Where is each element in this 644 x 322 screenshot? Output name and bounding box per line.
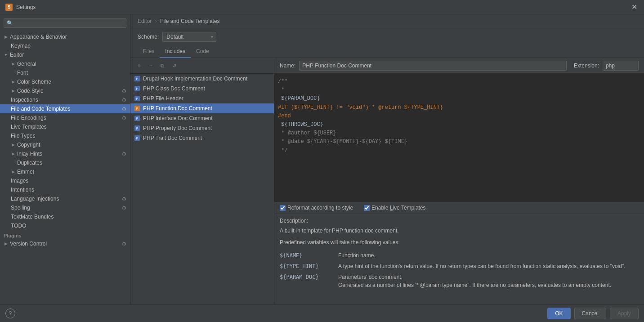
var-desc: Parameters' doc comment.Generated as a n…	[338, 272, 639, 291]
var-desc: A type hint of the function's return val…	[338, 261, 639, 272]
sidebar-item-label: Duplicates	[17, 160, 126, 166]
template-item-label: PHP Interface Doc Comment	[143, 115, 213, 121]
gear-icon: ⚙	[122, 106, 126, 112]
gear-icon: ⚙	[122, 241, 126, 247]
sidebar-item-copyright[interactable]: ▶ Copyright	[0, 140, 130, 149]
live-templates-checkbox-item[interactable]: Enable Live Templates	[364, 205, 426, 211]
close-button[interactable]: ✕	[630, 3, 639, 12]
sidebar-item-appearance-behavior[interactable]: ▶ Appearance & Behavior	[0, 32, 130, 41]
tab-files[interactable]: Files	[138, 45, 160, 58]
search-icon: 🔍	[7, 20, 13, 26]
sidebar-item-general[interactable]: ▶ General	[0, 59, 130, 68]
gear-icon: ⚙	[122, 205, 126, 211]
template-item[interactable]: P PHP Property Doc Comment	[130, 123, 274, 133]
sidebar-item-label: TextMate Bundles	[11, 214, 126, 220]
sidebar-item-file-encodings[interactable]: File Encodings ⚙	[0, 113, 130, 122]
live-templates-checkbox[interactable]	[364, 205, 370, 211]
sidebar-item-keymap[interactable]: Keymap	[0, 41, 130, 50]
scheme-select[interactable]: Default Project	[162, 32, 216, 42]
sidebar-item-code-style[interactable]: ▶ Code Style ⚙	[0, 86, 130, 95]
template-item[interactable]: P PHP Trait Doc Comment	[130, 133, 274, 143]
expand-arrow-icon: ▶	[11, 143, 15, 147]
sidebar-item-label: Appearance & Behavior	[10, 34, 126, 40]
sidebar-item-emmet[interactable]: ▶ Emmet	[0, 167, 130, 176]
reformat-checkbox-item[interactable]: Reformat according to style	[280, 205, 353, 211]
sidebar-item-file-types[interactable]: File Types	[0, 131, 130, 140]
reformat-label: Reformat according to style	[287, 205, 353, 211]
tabs-row: Files Includes Code	[130, 45, 644, 58]
sidebar-item-font[interactable]: Font	[0, 68, 130, 77]
section-header-plugins: Plugins	[0, 230, 130, 239]
template-item[interactable]: P PHP Interface Doc Comment	[130, 113, 274, 123]
extension-label: Extension:	[574, 63, 599, 69]
reformat-checkbox[interactable]	[280, 205, 286, 211]
scheme-row: Scheme: Default Project	[130, 28, 644, 45]
description-panel: Description: A built-in template for PHP…	[274, 214, 644, 304]
expand-arrow-icon: ▶	[11, 62, 15, 66]
add-template-button[interactable]: +	[134, 61, 144, 71]
sidebar-item-editor[interactable]: ▼ Editor	[0, 50, 130, 59]
expand-arrow-icon: ▶	[11, 170, 15, 174]
help-button[interactable]: ?	[5, 309, 15, 318]
title-bar: S Settings ✕	[0, 0, 644, 14]
main-panel: Editor › File and Code Templates Scheme:…	[130, 14, 644, 304]
search-box[interactable]: 🔍	[4, 18, 126, 28]
gear-icon: ⚙	[122, 97, 126, 103]
cancel-button[interactable]: Cancel	[574, 308, 606, 319]
scheme-select-wrap[interactable]: Default Project	[162, 32, 216, 42]
template-item-label: Drupal Hook Implementation Doc Comment	[143, 76, 247, 82]
sidebar-item-inspections[interactable]: Inspections ⚙	[0, 95, 130, 104]
remove-template-button[interactable]: −	[146, 61, 156, 71]
sidebar-item-label: Inlay Hints	[17, 151, 122, 157]
sidebar-item-live-templates[interactable]: Live Templates	[0, 122, 130, 131]
tab-code[interactable]: Code	[191, 45, 215, 58]
sidebar-item-version-control[interactable]: ▶ Version Control ⚙	[0, 239, 130, 248]
name-input[interactable]	[299, 61, 567, 71]
template-icon: P	[134, 135, 140, 141]
template-item-label: PHP Class Doc Comment	[143, 85, 205, 92]
template-item-label: PHP Property Doc Comment	[143, 125, 212, 131]
gear-icon: ⚙	[122, 196, 126, 202]
template-icon: P	[134, 95, 140, 102]
gear-icon: ⚙	[122, 115, 126, 121]
list-toolbar: + − ⧉ ↺	[130, 58, 274, 74]
checkboxes-row: Reformat according to style Enable Live …	[274, 201, 644, 214]
sidebar-item-color-scheme[interactable]: ▶ Color Scheme	[0, 77, 130, 86]
apply-button[interactable]: Apply	[610, 308, 639, 319]
extension-input[interactable]	[603, 61, 639, 71]
sidebar-item-duplicates[interactable]: Duplicates	[0, 158, 130, 167]
sidebar-item-images[interactable]: Images	[0, 176, 130, 185]
code-editor[interactable]: /** * ${PARAM_DOC} #if (${TYPE_HINT} != …	[274, 74, 644, 201]
tab-includes[interactable]: Includes	[160, 45, 191, 58]
sidebar-item-label: Font	[17, 70, 126, 76]
template-item[interactable]: P Drupal Hook Implementation Doc Comment	[130, 74, 274, 84]
sidebar-item-textmate-bundles[interactable]: TextMate Bundles	[0, 212, 130, 221]
sidebar-item-label: TODO	[11, 223, 126, 229]
sidebar-item-label: Live Templates	[11, 124, 126, 130]
sidebar-item-language-injections[interactable]: Language Injections ⚙	[0, 194, 130, 203]
copy-template-button[interactable]: ⧉	[157, 61, 167, 71]
sidebar-item-intentions[interactable]: Intentions	[0, 185, 130, 194]
template-item-selected[interactable]: P PHP Function Doc Comment	[130, 103, 274, 113]
sidebar-item-label: File Types	[11, 133, 126, 139]
template-icon: P	[134, 105, 140, 112]
ok-button[interactable]: OK	[547, 308, 570, 319]
editor-panel: Name: Extension: /** * ${PARAM_DOC} #if …	[274, 58, 644, 304]
sidebar-item-spelling[interactable]: Spelling ⚙	[0, 203, 130, 212]
expand-arrow-icon: ▼	[4, 53, 8, 57]
template-item[interactable]: P PHP Class Doc Comment	[130, 84, 274, 94]
var-name: ${NAME}	[280, 250, 338, 261]
sidebar-item-file-and-code-templates[interactable]: File and Code Templates ⚙	[0, 104, 130, 113]
sidebar-item-todo[interactable]: TODO	[0, 221, 130, 230]
description-intro: A built-in template for PHP function doc…	[280, 227, 639, 235]
search-input[interactable]	[15, 20, 123, 26]
var-desc: Function name.	[338, 250, 639, 261]
sidebar-item-inlay-hints[interactable]: ▶ Inlay Hints ⚙	[0, 149, 130, 158]
breadcrumb-current: File and Code Templates	[160, 18, 220, 24]
expand-arrow-icon: ▶	[4, 242, 8, 246]
nav-section: ▶ Appearance & Behavior Keymap ▼ Editor …	[0, 31, 130, 249]
var-name: ${TYPE_HINT}	[280, 261, 338, 272]
reset-template-button[interactable]: ↺	[169, 61, 179, 71]
sidebar-item-label: Spelling	[11, 205, 122, 211]
template-item[interactable]: P PHP File Header	[130, 94, 274, 103]
